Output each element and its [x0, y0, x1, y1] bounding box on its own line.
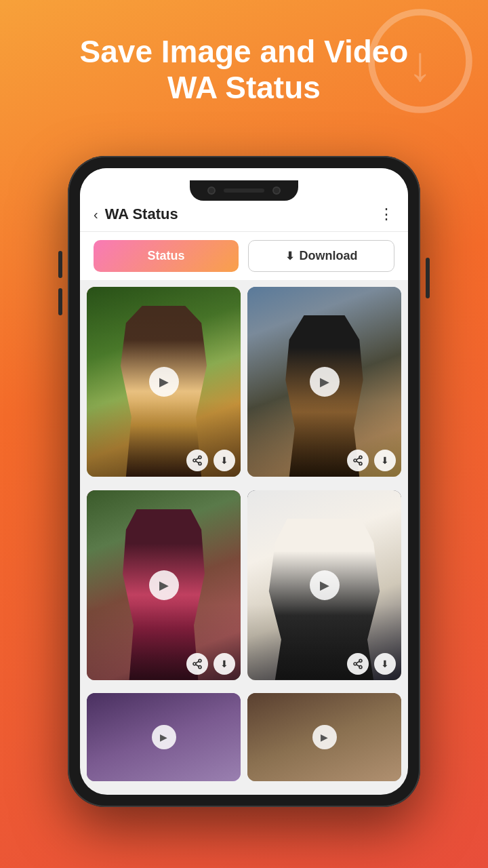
svg-point-2 — [199, 456, 201, 458]
phone-notch — [190, 180, 298, 201]
download-button-1[interactable]: ⬇ — [214, 450, 235, 471]
volume-up-button — [58, 251, 62, 278]
back-button[interactable]: ‹ — [94, 207, 98, 222]
svg-point-19 — [359, 665, 362, 668]
media-actions-2: ⬇ — [347, 450, 396, 471]
svg-line-10 — [357, 461, 360, 463]
download-button-3[interactable]: ⬇ — [214, 653, 235, 675]
volume-down-button — [58, 288, 62, 315]
play-button-2[interactable]: ▶ — [310, 367, 340, 397]
svg-point-4 — [199, 462, 201, 465]
play-button-4[interactable]: ▶ — [310, 570, 340, 600]
svg-text:↓: ↓ — [408, 37, 432, 91]
svg-point-3 — [193, 459, 196, 462]
media-item-4[interactable]: ▶ ⬇ — [247, 490, 401, 680]
svg-point-18 — [354, 663, 357, 665]
svg-point-8 — [354, 459, 357, 462]
share-button-4[interactable] — [347, 653, 369, 675]
svg-line-5 — [196, 461, 199, 463]
share-button-1[interactable] — [186, 450, 208, 471]
play-button-5[interactable]: ▶ — [152, 725, 176, 749]
media-item-1[interactable]: ▶ ⬇ — [87, 287, 241, 477]
media-actions-1: ⬇ — [186, 450, 235, 471]
gradient-overlay-top — [87, 287, 241, 363]
app-title: WA Status — [105, 205, 178, 223]
camera-dot — [207, 186, 216, 195]
play-button-3[interactable]: ▶ — [149, 570, 179, 600]
svg-point-12 — [199, 659, 201, 662]
tab-status[interactable]: Status — [94, 240, 239, 272]
svg-line-6 — [196, 458, 199, 460]
phone-mockup: ‹ WA Status ⋮ Status ⬇ Download — [68, 156, 420, 807]
download-icon: ⬇ — [285, 250, 294, 262]
media-item-3[interactable]: ▶ ⬇ — [87, 490, 241, 680]
app-screen: ‹ WA Status ⋮ Status ⬇ Download — [80, 168, 408, 795]
media-item-col2: ▶ ⬇ — [247, 287, 401, 484]
download-button-2[interactable]: ⬇ — [374, 450, 396, 471]
media-grid: ▶ ⬇ — [80, 280, 408, 795]
download-button-4[interactable]: ⬇ — [374, 653, 396, 675]
media-actions-3: ⬇ — [186, 653, 235, 675]
svg-point-17 — [359, 659, 362, 662]
tabs-container: Status ⬇ Download — [80, 232, 408, 280]
svg-point-14 — [199, 665, 201, 668]
speaker-bar — [224, 189, 264, 193]
media-actions-4: ⬇ — [347, 653, 396, 675]
svg-line-16 — [196, 661, 199, 663]
media-item-5[interactable]: ▶ — [87, 693, 241, 781]
more-options-button[interactable]: ⋮ — [379, 205, 394, 223]
media-item-6[interactable]: ▶ — [247, 693, 401, 781]
svg-line-11 — [357, 458, 360, 460]
svg-line-20 — [357, 665, 360, 667]
play-button-1[interactable]: ▶ — [149, 367, 179, 397]
page-header-title: Save Image and Video WA Status — [80, 34, 409, 106]
camera-dot-2 — [272, 186, 281, 195]
media-item-2[interactable]: ▶ ⬇ — [247, 287, 401, 477]
svg-point-9 — [359, 462, 362, 465]
share-button-2[interactable] — [347, 450, 369, 471]
svg-line-21 — [357, 661, 360, 663]
tab-download[interactable]: ⬇ Download — [248, 240, 394, 272]
svg-line-15 — [196, 665, 199, 667]
share-button-3[interactable] — [186, 653, 208, 675]
phone-screen: ‹ WA Status ⋮ Status ⬇ Download — [80, 168, 408, 795]
tab-download-label: Download — [300, 249, 358, 263]
svg-point-7 — [359, 456, 362, 458]
play-button-6[interactable]: ▶ — [312, 725, 337, 749]
power-button — [426, 258, 430, 298]
svg-point-13 — [193, 663, 196, 665]
